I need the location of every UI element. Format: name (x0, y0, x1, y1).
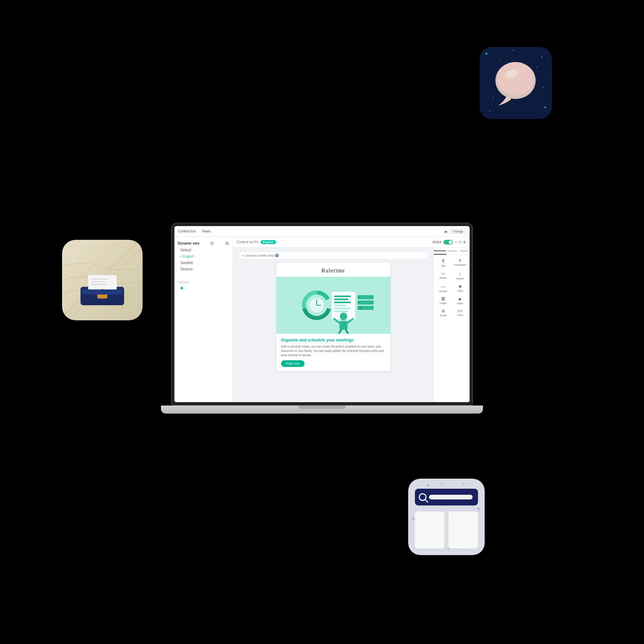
tab-elements[interactable]: Elements (434, 248, 446, 255)
active-toggle[interactable] (443, 240, 453, 245)
element-paragraph[interactable]: ¶ Paragraph (452, 257, 469, 269)
svg-point-62 (447, 548, 449, 550)
svg-point-38 (543, 87, 544, 88)
main-area: Content set for English Active ✏ ⧉ 🗑 (233, 237, 470, 402)
search-app-icon (408, 479, 485, 555)
svg-rect-49 (91, 281, 105, 282)
svg-rect-76 (448, 512, 478, 548)
breadcrumb-item2: News (202, 229, 211, 233)
svg-point-59 (477, 507, 480, 510)
panel-elements-grid: T Title ¶ Paragraph ▭ Button (434, 255, 470, 321)
element-title[interactable]: T Title (435, 257, 451, 269)
arrow-icon: ▾ (242, 254, 244, 257)
video-label: Video (457, 302, 463, 305)
breadcrumb-sep: › (199, 229, 200, 233)
svg-point-40 (550, 77, 551, 78)
email-body-text: With a schedule maker, you can create th… (281, 344, 386, 357)
divider-label: Divider (439, 290, 447, 293)
sidebar-item-default[interactable]: Default (174, 247, 233, 253)
svg-rect-8 (334, 296, 351, 297)
svg-point-32 (541, 56, 542, 58)
svg-point-65 (412, 518, 415, 520)
dynamic-sender-bar: ▾ Dynamic sender data ? (238, 252, 428, 259)
panel-tabs: Elements Layouts Styles (434, 248, 470, 255)
title-icon: T (442, 259, 444, 264)
sidebar-item-english[interactable]: ✓ English (174, 253, 233, 260)
social-icon: ⊕ (442, 309, 445, 313)
element-video[interactable]: ▶ Video (452, 295, 469, 307)
element-button[interactable]: ▭ Button (435, 270, 451, 282)
email-hero (276, 277, 390, 334)
email-heading: Organize and schedule your meetings (281, 338, 386, 342)
sidebar-add-button[interactable]: + (225, 241, 229, 246)
video-icon: ▶ (459, 297, 462, 301)
sidebar-section-label: Dynamic sets (178, 241, 199, 245)
social-label: Social (440, 314, 446, 317)
element-spacer[interactable]: ↕ Spacer (452, 270, 469, 282)
change-button[interactable]: Change (449, 229, 466, 234)
logo-label: Logo (457, 289, 463, 292)
svg-point-39 (513, 50, 514, 51)
delete-icon[interactable]: 🗑 (463, 240, 466, 244)
svg-point-24 (340, 313, 347, 320)
svg-point-31 (485, 53, 487, 55)
laptop-screen: Content box › News ☁ Change Dynamic sets… (171, 223, 473, 406)
svg-point-57 (427, 484, 429, 486)
copy-icon[interactable]: ⧉ (459, 240, 461, 244)
cloud-icon: ☁ (444, 229, 447, 233)
paragraph-icon: ¶ (459, 259, 461, 263)
edit-icon[interactable]: ✏ (454, 240, 457, 244)
sidebar: Dynamic sets i + Default ✓ English Swedi… (174, 237, 233, 402)
email-title: Ruletime (276, 263, 390, 277)
laptop-base (161, 406, 483, 414)
svg-rect-74 (429, 495, 473, 499)
tab-layouts[interactable]: Layouts (446, 248, 458, 255)
mail-app-icon (62, 240, 143, 320)
element-divider[interactable]: — Divider (435, 282, 451, 294)
svg-rect-50 (91, 284, 108, 285)
spacer-label: Spacer (456, 277, 464, 280)
svg-rect-25 (339, 321, 347, 330)
tab-styles[interactable]: Styles (458, 248, 470, 255)
svg-point-36 (536, 66, 537, 68)
svg-point-37 (493, 97, 494, 98)
svg-point-33 (544, 106, 546, 108)
svg-rect-23 (360, 307, 362, 309)
breadcrumb-item1: Content box (178, 229, 196, 233)
sidebar-item-deutsch[interactable]: Deutsch (174, 266, 233, 272)
content-set-label: Content set for (236, 240, 259, 244)
element-image[interactable]: 🖼 Image (435, 295, 451, 307)
svg-point-42 (497, 62, 534, 96)
svg-point-34 (489, 110, 490, 111)
email-hero-svg (276, 277, 390, 334)
laptop-notch (299, 406, 345, 409)
svg-rect-11 (334, 305, 346, 306)
svg-point-66 (463, 483, 465, 485)
element-social[interactable]: ⊕ Social (435, 307, 451, 319)
main-toolbar: Content set for English Active ✏ ⧉ 🗑 (233, 237, 470, 248)
svg-rect-54 (83, 289, 122, 294)
language-badge[interactable]: English (261, 240, 276, 244)
email-body: Organize and schedule your meetings With… (276, 334, 390, 371)
svg-rect-10 (334, 302, 351, 303)
svg-rect-12 (334, 308, 351, 309)
divider-icon: — (441, 284, 445, 289)
element-logo[interactable]: ◉ Logo (452, 282, 469, 294)
chat-app-icon (480, 47, 552, 119)
dynamic-sender-label: Dynamic sender data (245, 254, 274, 257)
spacer-icon: ↕ (459, 271, 462, 276)
element-code[interactable]: </> Code (452, 307, 469, 319)
email-card: Ruletime (276, 263, 390, 371)
svg-rect-48 (91, 278, 108, 280)
dynamic-sender-info-icon: ? (275, 254, 279, 257)
svg-point-69 (441, 483, 443, 485)
title-label: Title (441, 264, 445, 267)
svg-rect-13 (334, 311, 348, 312)
sidebar-item-swedish[interactable]: Swedish (174, 260, 233, 266)
svg-rect-75 (415, 512, 444, 548)
email-preview-area: ▾ Dynamic sender data ? Ruletime (233, 248, 433, 402)
svg-rect-9 (334, 299, 348, 300)
read-more-button[interactable]: Read more (281, 360, 305, 367)
active-label: Active (433, 240, 442, 244)
svg-point-35 (499, 60, 500, 61)
